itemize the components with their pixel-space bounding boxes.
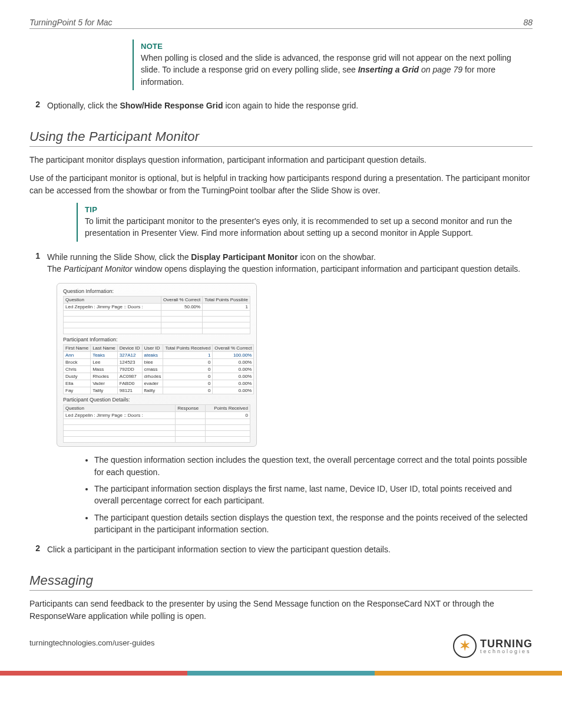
ss-td <box>176 412 206 419</box>
ss-th: First Name <box>64 345 91 352</box>
ss-th: User ID <box>142 345 163 352</box>
step-number: 1 <box>29 251 47 275</box>
logo-sub-text: technologies <box>480 649 533 654</box>
step-text-bold: Display Participant Monitor <box>191 252 297 262</box>
ss-th: Question <box>64 297 161 304</box>
ss-th: Last Name <box>91 345 118 352</box>
logo-icon: ✶ <box>453 634 477 658</box>
tip-body: To limit the participant monitor to the … <box>85 215 527 239</box>
note-body: When polling is closed and the slide is … <box>141 52 527 88</box>
step-sentence2-pre: The <box>47 264 64 274</box>
footer-color-bar <box>0 671 562 676</box>
section-heading-monitor: Using the Participant Monitor <box>29 129 533 147</box>
tip-label: TIP <box>85 205 527 214</box>
ss-td: 50.00% <box>161 304 203 311</box>
step-2-response-grid: 2 Optionally, click the Show/Hide Respon… <box>29 100 533 111</box>
ss-qinfo-table: Question Overall % Correct Total Points … <box>63 296 250 334</box>
messaging-para: Participants can send feedback to the pr… <box>29 598 533 622</box>
ss-row: AnnTeaks327A12ateaks1100.00% <box>64 352 254 359</box>
ss-pqd-table: Question Response Points Received Led Ze… <box>63 404 250 443</box>
bullet-item: The participant question details section… <box>94 512 533 536</box>
ss-td: 0 <box>205 412 250 419</box>
logo-main-text: TURNING <box>480 638 533 649</box>
page-header: TurningPoint 5 for Mac 88 <box>29 18 533 29</box>
ss-pinfo-table: First Name Last Name Device ID User ID T… <box>63 344 254 394</box>
brand-logo: ✶ TURNING technologies <box>453 634 533 658</box>
monitor-bullets: The question information section include… <box>94 454 533 535</box>
ss-pinfo-title: Participant Information: <box>63 337 250 342</box>
tip-callout: TIP To limit the participant monitor to … <box>77 203 533 242</box>
ss-th: Total Points Received <box>163 345 213 352</box>
bullet-item: The participant information section disp… <box>94 483 533 507</box>
bullet-item: The question information section include… <box>94 454 533 478</box>
note-callout: NOTE When polling is closed and the slid… <box>133 39 533 90</box>
footer-url: turningtechnologies.com/user-guides <box>29 638 154 647</box>
ss-td: Led Zeppelin : Jimmy Page :: Doors : <box>64 412 176 419</box>
ss-td: Led Zeppelin : Jimmy Page :: Doors : <box>64 304 161 311</box>
ss-row: DustyRhodesAC0987drhodes00.00% <box>64 373 254 380</box>
step-text: Click a participant in the participant i… <box>47 543 533 555</box>
step-sentence2-ital: Participant Monitor <box>64 264 133 274</box>
ss-pqd-title: Participant Question Details: <box>63 397 250 403</box>
ss-th: Device ID <box>117 345 142 352</box>
ss-qinfo-title: Question Information: <box>63 288 250 294</box>
note-xref[interactable]: Inserting a Grid <box>358 65 419 74</box>
step-sentence2-post: window opens displaying the question inf… <box>135 264 521 274</box>
step-1-monitor: 1 While running the Slide Show, click th… <box>29 251 533 275</box>
page-number: 88 <box>523 18 533 27</box>
ss-th: Overall % Correct <box>213 345 254 352</box>
ss-th: Overall % Correct <box>161 297 203 304</box>
ss-row: BrockLee124523blee00.00% <box>64 359 254 366</box>
monitor-para-1: The participant monitor displays questio… <box>29 154 533 166</box>
note-xref-page: on page 79 <box>421 65 462 74</box>
ss-th: Total Points Possible <box>203 297 250 304</box>
ss-th: Response <box>176 405 206 412</box>
doc-title: TurningPoint 5 for Mac <box>29 18 113 27</box>
section-heading-messaging: Messaging <box>29 573 533 591</box>
step-text-pre: While running the Slide Show, click the <box>47 252 191 262</box>
ss-row: FayTality98121ftality00.00% <box>64 387 254 394</box>
note-label: NOTE <box>141 42 527 51</box>
step-number: 2 <box>29 543 47 555</box>
step-text-pre: Optionally, click the <box>47 101 120 110</box>
participant-monitor-screenshot: Question Information: Question Overall %… <box>57 283 257 447</box>
ss-row: EllaVaderFABD0evader00.00% <box>64 380 254 387</box>
step-text-bold: Show/Hide Response Grid <box>120 101 223 110</box>
ss-th: Points Received <box>205 405 250 412</box>
ss-th: Question <box>64 405 176 412</box>
ss-td: 1 <box>203 304 250 311</box>
step-text-post: icon on the showbar. <box>300 252 376 262</box>
step-number: 2 <box>29 100 47 111</box>
monitor-para-2: Use of the participant monitor is option… <box>29 172 533 197</box>
ss-row: ChrisMass792DDcmass00.00% <box>64 366 254 373</box>
step-text-post: icon again to hide the response grid. <box>225 101 358 110</box>
step-2-monitor: 2 Click a participant in the participant… <box>29 543 533 555</box>
